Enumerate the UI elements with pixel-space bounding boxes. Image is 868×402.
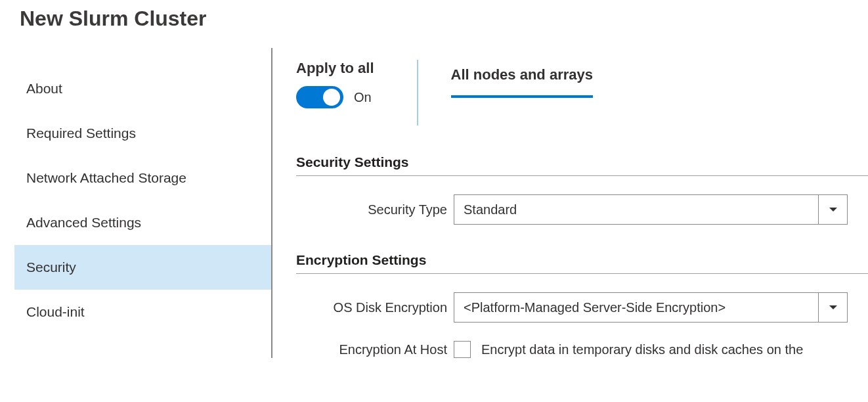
toggle-thumb <box>323 89 340 106</box>
select-os-disk-encryption[interactable]: <Platform-Managed Server-Side Encryption… <box>454 292 848 323</box>
tab-all-nodes-and-arrays[interactable]: All nodes and arrays <box>451 66 593 98</box>
apply-to-all-block: Apply to all On <box>296 60 410 108</box>
section-title-security: Security Settings <box>296 154 868 176</box>
top-row: Apply to all On All nodes and arrays <box>296 60 868 125</box>
content-wrapper: About Required Settings Network Attached… <box>0 48 868 358</box>
select-os-disk-encryption-value: <Platform-Managed Server-Side Encryption… <box>454 293 818 322</box>
chevron-down-icon[interactable] <box>818 293 847 322</box>
chevron-down-icon[interactable] <box>818 195 847 224</box>
sidebar-item-cloud-init[interactable]: Cloud-init <box>14 290 271 334</box>
label-security-type: Security Type <box>296 202 454 217</box>
apply-to-all-toggle[interactable] <box>296 86 343 108</box>
form-row-security-type: Security Type Standard <box>296 194 868 225</box>
apply-to-all-label: Apply to all <box>296 60 374 77</box>
checkbox-encryption-at-host[interactable] <box>454 341 471 358</box>
form-row-os-disk-encryption: OS Disk Encryption <Platform-Managed Ser… <box>296 292 868 323</box>
label-encryption-at-host: Encryption At Host <box>296 342 454 357</box>
sidebar-item-advanced-settings[interactable]: Advanced Settings <box>14 200 271 245</box>
toggle-row: On <box>296 86 374 108</box>
label-os-disk-encryption: OS Disk Encryption <box>296 300 454 315</box>
sidebar-item-network-attached-storage[interactable]: Network Attached Storage <box>14 156 271 200</box>
form-row-encryption-at-host: Encryption At Host Encrypt data in tempo… <box>296 341 868 358</box>
vertical-divider <box>417 60 418 125</box>
section-title-encryption: Encryption Settings <box>296 252 868 274</box>
select-security-type[interactable]: Standard <box>454 194 848 225</box>
main-panel: Apply to all On All nodes and arrays Sec… <box>272 48 868 358</box>
page-title: New Slurm Cluster <box>0 0 868 39</box>
checkbox-encryption-at-host-description: Encrypt data in temporary disks and disk… <box>481 342 803 357</box>
toggle-state-label: On <box>354 90 372 105</box>
sidebar-item-required-settings[interactable]: Required Settings <box>14 111 271 156</box>
sidebar: About Required Settings Network Attached… <box>0 48 272 358</box>
select-security-type-value: Standard <box>454 195 818 224</box>
sidebar-item-security[interactable]: Security <box>14 245 271 290</box>
tab-area: All nodes and arrays <box>451 60 593 98</box>
sidebar-item-about[interactable]: About <box>14 66 271 111</box>
